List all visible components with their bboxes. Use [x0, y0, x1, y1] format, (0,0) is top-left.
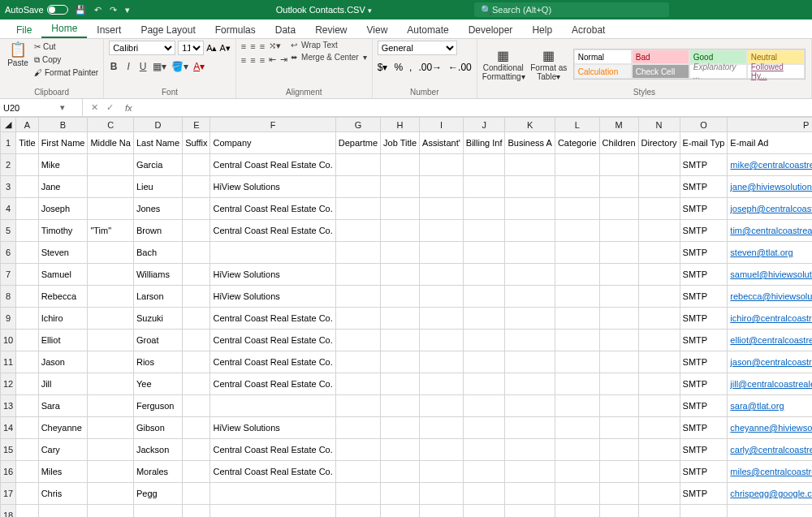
cell[interactable]: SMTP [680, 198, 728, 220]
cell[interactable] [555, 286, 599, 308]
col-header-K[interactable]: K [505, 118, 555, 132]
tab-view[interactable]: View [357, 21, 398, 38]
cell[interactable]: SMTP [680, 308, 728, 330]
cell[interactable] [463, 198, 505, 220]
font-size-select[interactable]: 11 [178, 41, 204, 55]
tab-developer[interactable]: Developer [459, 21, 523, 38]
decrease-decimal-button[interactable]: ←.00 [448, 62, 472, 73]
cell[interactable] [381, 373, 420, 395]
cell[interactable] [638, 330, 680, 351]
cell[interactable] [335, 417, 380, 439]
style-check-cell[interactable]: Check Cell [632, 64, 689, 79]
underline-button[interactable]: U [138, 61, 148, 72]
cell[interactable]: Miles [38, 461, 88, 483]
cell[interactable] [381, 483, 420, 505]
cell[interactable] [638, 417, 680, 439]
cell[interactable] [335, 198, 380, 220]
cell[interactable]: Sara [38, 395, 88, 417]
cell[interactable]: Mike [38, 154, 88, 176]
bold-button[interactable]: B [109, 61, 119, 72]
save-icon[interactable]: 💾 [75, 5, 86, 15]
cell[interactable]: Jackson [133, 439, 182, 461]
cell[interactable]: Brown [133, 220, 182, 242]
style-followed-hyperlink[interactable]: Followed Hy... [747, 64, 805, 79]
col-header-O[interactable]: O [680, 118, 728, 132]
cell[interactable]: Yee [133, 373, 182, 395]
style-calculation[interactable]: Calculation [574, 64, 632, 79]
cell[interactable] [463, 505, 505, 518]
cell[interactable] [16, 351, 38, 373]
cell[interactable]: Gibson [133, 417, 182, 439]
cell[interactable]: Williams [133, 264, 182, 286]
cell[interactable] [183, 176, 210, 198]
cell[interactable]: Lieu [133, 176, 182, 198]
cell[interactable] [555, 154, 599, 176]
row-header[interactable]: 16 [1, 461, 16, 483]
cell[interactable]: Departme [335, 132, 380, 154]
cell[interactable] [638, 176, 680, 198]
tab-file[interactable]: File [6, 21, 41, 38]
style-bad[interactable]: Bad [632, 50, 689, 64]
cell[interactable] [555, 308, 599, 330]
cell[interactable] [505, 330, 555, 351]
paste-button[interactable]: 📋Paste [5, 41, 31, 67]
chevron-down-icon[interactable]: ▾ [60, 102, 65, 113]
cell[interactable] [555, 242, 599, 264]
cell[interactable] [599, 242, 638, 264]
cell[interactable] [638, 351, 680, 373]
cell[interactable] [555, 395, 599, 417]
row-header[interactable]: 2 [1, 154, 16, 176]
cell[interactable]: SMTP [680, 286, 728, 308]
cell[interactable] [133, 505, 182, 518]
cell[interactable]: SMTP [680, 461, 728, 483]
cell[interactable]: joseph@centralcoastrealestateco.com [728, 198, 812, 220]
cell[interactable] [638, 373, 680, 395]
row-header[interactable]: 15 [1, 439, 16, 461]
cell[interactable] [381, 176, 420, 198]
comma-button[interactable]: , [409, 62, 412, 73]
cell[interactable]: Jones [133, 198, 182, 220]
cell[interactable] [638, 220, 680, 242]
cell[interactable] [420, 286, 464, 308]
cell[interactable] [335, 176, 380, 198]
cell[interactable] [381, 264, 420, 286]
row-header[interactable]: 11 [1, 351, 16, 373]
cell[interactable] [638, 505, 680, 518]
cell[interactable] [420, 220, 464, 242]
cell[interactable]: Company [210, 132, 335, 154]
cell[interactable]: Central Coast Real Estate Co. [210, 351, 335, 373]
cell[interactable]: SMTP [680, 373, 728, 395]
cell[interactable] [555, 461, 599, 483]
font-color-button[interactable]: A▾ [193, 61, 205, 72]
currency-button[interactable]: $▾ [378, 62, 388, 73]
cell[interactable] [463, 308, 505, 330]
cell[interactable] [555, 198, 599, 220]
cell[interactable] [183, 439, 210, 461]
cell[interactable]: Elliot [38, 330, 88, 351]
cell[interactable] [381, 330, 420, 351]
row-header[interactable]: 3 [1, 176, 16, 198]
cell[interactable] [638, 395, 680, 417]
cell[interactable] [505, 505, 555, 518]
cell[interactable] [599, 417, 638, 439]
cell[interactable]: HiView Solutions [210, 417, 335, 439]
cell[interactable] [88, 308, 134, 330]
cell[interactable]: Central Coast Real Estate Co. [210, 373, 335, 395]
cell[interactable]: Timothy [38, 220, 88, 242]
cell[interactable]: "Tim" [88, 220, 134, 242]
align-middle-icon[interactable]: ≡ [250, 41, 255, 51]
cell[interactable]: SMTP [680, 220, 728, 242]
tab-formulas[interactable]: Formulas [205, 21, 266, 38]
cell[interactable]: Rebecca [38, 286, 88, 308]
row-header[interactable]: 13 [1, 395, 16, 417]
orientation-icon[interactable]: ⤭▾ [269, 41, 281, 51]
cell[interactable]: HiView Solutions [210, 176, 335, 198]
cell[interactable] [420, 330, 464, 351]
cell[interactable] [210, 505, 335, 518]
cell[interactable]: SMTP [680, 154, 728, 176]
cell[interactable] [16, 439, 38, 461]
cell[interactable] [88, 483, 134, 505]
fill-color-button[interactable]: 🪣▾ [171, 61, 188, 72]
increase-font-icon[interactable]: A▴ [206, 43, 217, 54]
undo-icon[interactable]: ↶ [94, 5, 102, 15]
